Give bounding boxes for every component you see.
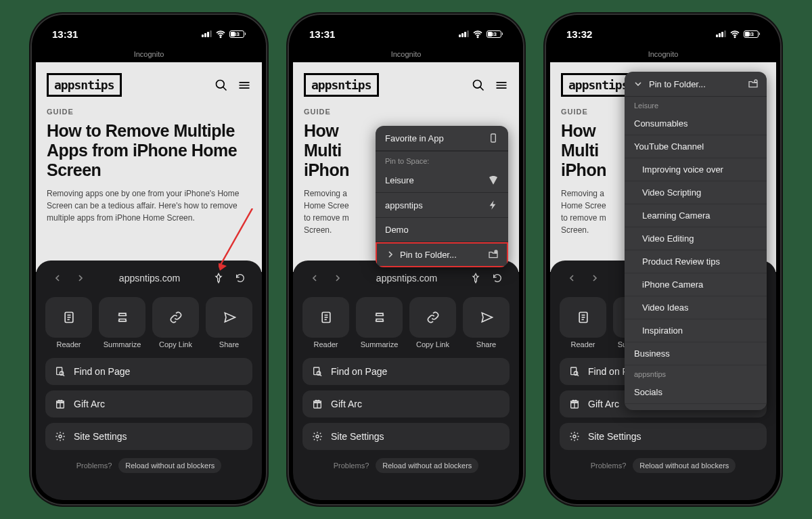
back-icon[interactable] bbox=[566, 273, 577, 284]
chevron-right-icon bbox=[385, 249, 396, 260]
forward-icon[interactable] bbox=[589, 273, 600, 284]
svg-point-39 bbox=[754, 80, 757, 83]
space-demo-item[interactable]: Demo bbox=[376, 218, 508, 242]
gift-icon bbox=[312, 399, 323, 409]
folder-iphonecam[interactable]: iPhone Camera bbox=[625, 273, 767, 296]
search-icon[interactable] bbox=[472, 78, 485, 92]
site-settings-button[interactable]: Site Settings bbox=[45, 423, 252, 450]
reader-button[interactable] bbox=[560, 297, 606, 338]
copy-link-label: Copy Link bbox=[152, 340, 199, 348]
site-logo[interactable]: appsntips bbox=[304, 73, 379, 97]
article-tag: GUIDE bbox=[304, 108, 508, 116]
svg-point-37 bbox=[316, 435, 319, 438]
summarize-icon bbox=[373, 311, 386, 324]
find-icon bbox=[55, 366, 66, 377]
phone-1: 13:31 33 Incognito appsntips GUIDE How t… bbox=[30, 14, 267, 505]
folder-editing[interactable]: Video Editing bbox=[625, 227, 767, 250]
url-domain[interactable]: appsntips.com bbox=[94, 273, 205, 284]
reader-button[interactable] bbox=[302, 297, 349, 338]
gift-arc-button[interactable]: Gift Arc bbox=[302, 390, 510, 418]
forward-icon[interactable] bbox=[75, 273, 86, 284]
reload-no-adblock-button[interactable]: Reload without ad blockers bbox=[118, 458, 221, 473]
wifi-icon bbox=[215, 28, 226, 39]
find-on-page-button[interactable]: Find on Page bbox=[45, 358, 252, 385]
folder-plus-icon bbox=[748, 78, 759, 89]
folder-youtube[interactable]: YouTube Channel bbox=[625, 135, 767, 158]
folder-socials[interactable]: Socials bbox=[625, 381, 767, 404]
folder-inspiration[interactable]: Inspiration bbox=[625, 319, 767, 342]
folder-reading[interactable]: Reading bbox=[625, 404, 767, 410]
find-icon bbox=[569, 366, 580, 377]
svg-point-18 bbox=[477, 37, 478, 37]
summarize-button[interactable] bbox=[99, 297, 145, 338]
folder-scripting[interactable]: Video Scripting bbox=[625, 181, 767, 204]
search-icon[interactable] bbox=[215, 78, 228, 92]
menu-icon[interactable] bbox=[238, 78, 251, 92]
url-bar: appsntips.com bbox=[45, 269, 252, 288]
site-settings-button[interactable]: Site Settings bbox=[560, 423, 767, 450]
notch bbox=[629, 20, 697, 39]
space-leisure-item[interactable]: Leisure bbox=[376, 168, 508, 193]
status-indicators: 33 bbox=[202, 28, 246, 39]
svg-line-14 bbox=[63, 375, 64, 376]
menu-icon[interactable] bbox=[495, 78, 508, 92]
chevron-down-icon bbox=[633, 78, 644, 89]
folder-consumables[interactable]: Consumables bbox=[625, 112, 767, 135]
share-button[interactable] bbox=[463, 297, 510, 338]
folder-voice[interactable]: Improving voice over bbox=[625, 158, 767, 181]
url-domain[interactable]: appsntips.com bbox=[351, 273, 462, 284]
gift-arc-button[interactable]: Gift Arc bbox=[45, 390, 252, 418]
forward-icon[interactable] bbox=[332, 273, 343, 284]
find-icon bbox=[312, 366, 323, 377]
phone-2: 13:31 33 Incognito appsntips GUIDE HowMu… bbox=[288, 14, 524, 505]
pin-popup-menu: Favorite in App Pin to Space: Leisure ap… bbox=[376, 126, 508, 267]
site-settings-button[interactable]: Site Settings bbox=[302, 423, 510, 450]
folder-business[interactable]: Business bbox=[625, 342, 767, 365]
folder-ideas[interactable]: Video Ideas bbox=[625, 296, 767, 319]
reader-icon bbox=[62, 311, 76, 324]
notch bbox=[372, 20, 440, 39]
svg-point-17 bbox=[59, 435, 62, 438]
space-appsntips-item[interactable]: appsntips bbox=[376, 193, 508, 218]
reload-icon[interactable] bbox=[235, 273, 246, 284]
battery-icon: 33 bbox=[229, 30, 246, 38]
site-logo[interactable]: appsntips bbox=[47, 73, 122, 97]
folder-section-leisure: Leisure bbox=[625, 97, 767, 112]
webpage-content: appsntips GUIDE How to Remove Multiple A… bbox=[36, 62, 262, 272]
pin-icon[interactable] bbox=[213, 273, 224, 284]
reload-no-adblock-button[interactable]: Reload without ad blockers bbox=[376, 458, 478, 473]
reload-icon[interactable] bbox=[492, 273, 503, 284]
wifi-icon bbox=[472, 28, 483, 39]
svg-point-49 bbox=[573, 435, 576, 438]
status-time: 13:32 bbox=[566, 28, 592, 40]
reader-icon bbox=[577, 311, 590, 324]
folder-picker-header[interactable]: Pin to Folder... bbox=[625, 72, 767, 97]
find-on-page-button[interactable]: Find on Page bbox=[302, 358, 510, 385]
wifi-icon bbox=[729, 28, 740, 39]
summarize-icon bbox=[116, 311, 129, 324]
svg-line-2 bbox=[223, 87, 227, 90]
folder-review[interactable]: Product Review tips bbox=[625, 250, 767, 273]
back-icon[interactable] bbox=[309, 273, 320, 284]
svg-rect-32 bbox=[314, 367, 319, 375]
copy-link-button[interactable] bbox=[152, 297, 199, 338]
footer-hint: Problems? Reload without ad blockers bbox=[560, 458, 767, 473]
copy-link-button[interactable] bbox=[409, 297, 456, 338]
reload-no-adblock-button[interactable]: Reload without ad blockers bbox=[633, 458, 736, 473]
incognito-label: Incognito bbox=[293, 49, 519, 62]
article-description: Removing apps one by one from your iPhon… bbox=[47, 187, 251, 224]
reader-button[interactable] bbox=[45, 297, 92, 338]
url-bar: appsntips.com bbox=[302, 269, 510, 288]
svg-rect-24 bbox=[491, 134, 496, 142]
summarize-button[interactable] bbox=[356, 297, 403, 338]
folder-camera[interactable]: Learning Camera bbox=[625, 204, 767, 227]
folder-section-appsntips: appsntips bbox=[625, 365, 767, 381]
pin-icon[interactable] bbox=[470, 273, 481, 284]
back-icon[interactable] bbox=[52, 273, 63, 284]
pin-to-folder-item[interactable]: Pin to Folder... bbox=[376, 242, 508, 267]
share-icon bbox=[480, 311, 493, 324]
svg-point-38 bbox=[734, 37, 735, 37]
share-button[interactable] bbox=[206, 297, 252, 338]
reader-label: Reader bbox=[45, 340, 92, 348]
favorite-in-app-item[interactable]: Favorite in App bbox=[376, 126, 508, 151]
